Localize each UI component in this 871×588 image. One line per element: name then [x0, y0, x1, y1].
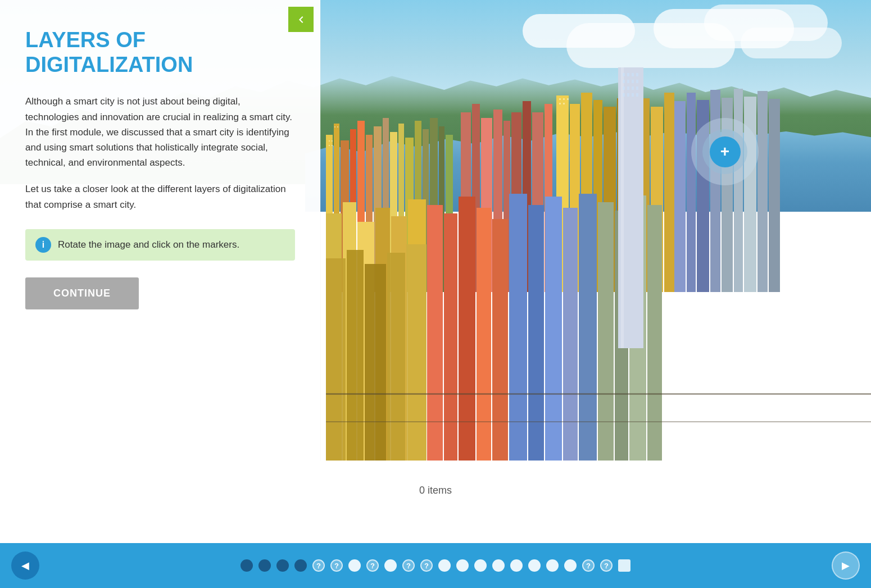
svg-rect-69 — [329, 140, 330, 142]
nav-dot-11[interactable] — [438, 559, 451, 572]
prev-arrow-icon: ◀ — [21, 559, 29, 572]
svg-rect-53 — [477, 208, 491, 461]
svg-rect-88 — [623, 80, 625, 83]
svg-rect-78 — [559, 103, 561, 104]
svg-rect-72 — [332, 145, 333, 146]
svg-rect-54 — [492, 219, 508, 461]
nav-dot-10[interactable]: ? — [420, 559, 433, 572]
svg-rect-94 — [632, 86, 634, 90]
svg-rect-93 — [627, 86, 629, 90]
svg-rect-65 — [347, 250, 364, 461]
nav-dot-17[interactable] — [546, 559, 559, 572]
svg-rect-91 — [636, 80, 638, 83]
nav-dot-16[interactable] — [528, 559, 541, 572]
info-icon: i — [35, 237, 51, 253]
panel-title: LAYERS OF DIGITALIZATION — [25, 28, 295, 77]
svg-rect-89 — [627, 80, 629, 83]
svg-rect-67 — [387, 253, 405, 461]
svg-rect-86 — [632, 73, 634, 76]
prev-button[interactable]: ◀ — [11, 551, 39, 580]
hotspot-marker[interactable]: + — [691, 118, 759, 185]
svg-rect-68 — [406, 244, 427, 461]
svg-rect-77 — [567, 98, 569, 100]
nav-dot-9[interactable]: ? — [402, 559, 415, 572]
info-text: Rotate the image and click on the marker… — [58, 239, 239, 250]
svg-rect-70 — [332, 140, 333, 142]
info-box: i Rotate the image and click on the mark… — [25, 229, 295, 261]
svg-rect-97 — [627, 93, 629, 97]
svg-rect-71 — [329, 145, 330, 146]
svg-rect-74 — [337, 126, 338, 127]
svg-rect-79 — [563, 103, 565, 104]
svg-rect-92 — [623, 86, 625, 90]
title-line2: DIGITALIZATION — [25, 53, 193, 76]
nav-dot-14[interactable] — [492, 559, 505, 572]
nav-dot-0[interactable] — [241, 559, 253, 572]
svg-rect-59 — [579, 194, 597, 461]
title-line1: LAYERS OF — [25, 28, 146, 52]
nav-dot-1[interactable] — [258, 559, 271, 572]
nav-dot-13[interactable] — [474, 559, 487, 572]
hotspot-center: + — [710, 136, 741, 167]
svg-rect-75 — [559, 98, 561, 100]
svg-rect-57 — [545, 197, 562, 461]
nav-dot-12[interactable] — [456, 559, 469, 572]
svg-rect-51 — [444, 213, 457, 461]
collapse-button[interactable] — [288, 7, 314, 32]
nav-dot-7[interactable]: ? — [366, 559, 379, 572]
items-count-label: 0 items — [419, 485, 452, 496]
svg-rect-76 — [563, 98, 565, 100]
svg-rect-87 — [636, 73, 638, 76]
svg-rect-35 — [674, 101, 686, 292]
hotspot-inner-ring: + — [702, 129, 747, 174]
nav-dot-2[interactable] — [276, 559, 289, 572]
svg-rect-52 — [459, 197, 475, 461]
svg-rect-98 — [632, 93, 634, 97]
nav-dot-18[interactable] — [564, 559, 577, 572]
svg-rect-43 — [769, 99, 780, 292]
navigation-bar: ◀ ? ? ? ? ? — [0, 543, 871, 588]
nav-dot-6[interactable] — [348, 559, 361, 572]
svg-rect-99 — [636, 93, 638, 97]
svg-rect-80 — [326, 393, 871, 395]
paragraph-1: Although a smart city is not just about … — [25, 94, 295, 170]
svg-rect-64 — [326, 258, 346, 461]
svg-rect-66 — [365, 264, 386, 461]
items-badge: 0 items — [408, 480, 463, 501]
nav-dot-8[interactable] — [384, 559, 397, 572]
svg-rect-96 — [623, 93, 625, 97]
hotspot-outer-ring: + — [691, 118, 759, 185]
svg-rect-83 — [621, 67, 624, 348]
nav-dots-container: ? ? ? ? ? ? ? — [39, 559, 832, 572]
continue-button[interactable]: CONTINUE — [25, 277, 139, 309]
nav-dot-5[interactable]: ? — [330, 559, 343, 572]
svg-rect-95 — [636, 86, 638, 90]
nav-dot-3[interactable] — [294, 559, 307, 572]
svg-rect-42 — [757, 91, 768, 292]
svg-rect-73 — [334, 126, 335, 127]
nav-dot-20[interactable]: ? — [600, 559, 613, 572]
nav-dot-15[interactable] — [510, 559, 523, 572]
svg-rect-55 — [509, 194, 527, 461]
next-button[interactable]: ▶ — [832, 551, 860, 580]
nav-dot-21[interactable] — [618, 559, 630, 572]
svg-rect-81 — [326, 421, 871, 422]
hotspot-plus-icon: + — [720, 143, 729, 161]
paragraph-2: Let us take a closer look at the differe… — [25, 181, 295, 212]
chevron-left-icon — [294, 13, 308, 26]
svg-rect-34 — [664, 93, 674, 292]
svg-rect-84 — [623, 73, 625, 76]
content-panel: LAYERS OF DIGITALIZATION Although a smar… — [0, 0, 320, 461]
svg-rect-90 — [632, 80, 634, 83]
svg-rect-58 — [563, 208, 578, 461]
next-arrow-icon: ▶ — [842, 559, 850, 572]
nav-dot-19[interactable]: ? — [582, 559, 595, 572]
nav-dot-4[interactable]: ? — [312, 559, 325, 572]
svg-rect-85 — [627, 73, 629, 76]
